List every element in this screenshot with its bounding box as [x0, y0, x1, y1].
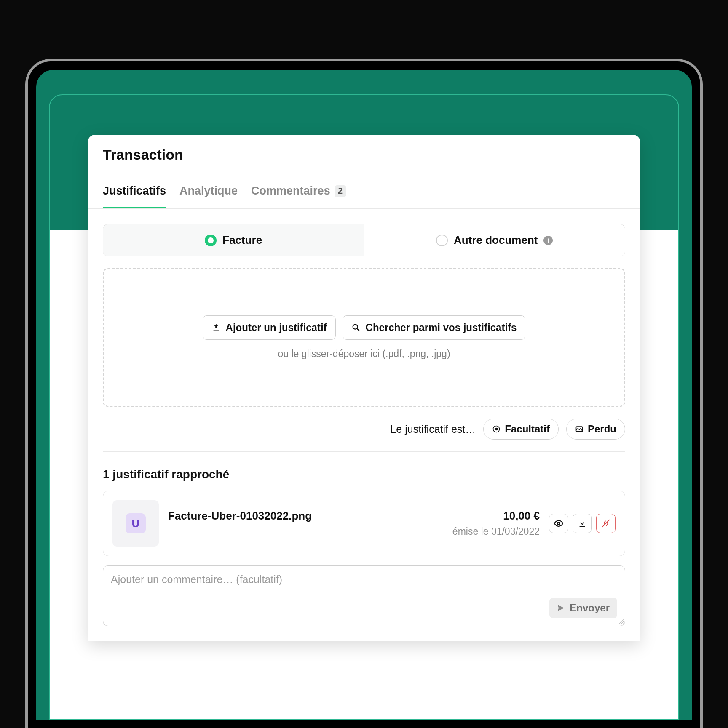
- radio-empty-icon: [436, 235, 448, 246]
- attached-section-title: 1 justificatif rapproché: [103, 468, 625, 481]
- modal-content: Facture Autre document i: [88, 209, 640, 641]
- tablet-frame: Transaction Justificatifs Analytique: [25, 59, 703, 728]
- file-issued-date: émise le 01/03/2022: [168, 526, 540, 537]
- tab-commentaires[interactable]: Commentaires 2: [251, 175, 346, 208]
- upload-dropzone[interactable]: Ajouter un justificatif Chercher parmi v…: [103, 268, 625, 407]
- tab-label: Commentaires: [251, 184, 330, 197]
- chip-label: Perdu: [588, 423, 616, 435]
- justificatif-status-row: Le justificatif est… Facultatif Perdu: [103, 419, 625, 440]
- file-amount: 10,00 €: [503, 509, 540, 523]
- target-icon: [492, 425, 500, 433]
- preview-button[interactable]: [549, 514, 568, 533]
- dropzone-hint: ou le glisser-déposer ici (.pdf, .png, .…: [278, 348, 450, 360]
- file-info: Facture-Uber-01032022.png 10,00 € émise …: [168, 509, 540, 537]
- search-icon: [351, 323, 361, 332]
- screen-inner: Transaction Justificatifs Analytique: [49, 94, 679, 720]
- tabs: Justificatifs Analytique Commentaires 2: [88, 175, 640, 209]
- tab-label: Justificatifs: [103, 184, 166, 197]
- file-actions: [549, 514, 616, 533]
- svg-point-7: [557, 522, 560, 525]
- file-thumbnail: U: [112, 500, 159, 547]
- button-label: Ajouter un justificatif: [226, 322, 327, 333]
- svg-point-5: [495, 428, 498, 430]
- button-label: Chercher parmi vos justificatifs: [366, 322, 517, 333]
- download-icon: [578, 519, 587, 528]
- file-name: Facture-Uber-01032022.png: [168, 509, 312, 523]
- button-label: Envoyer: [570, 602, 610, 614]
- download-button[interactable]: [573, 514, 592, 533]
- toggle-facture[interactable]: Facture: [103, 224, 364, 256]
- dropzone-buttons: Ajouter un justificatif Chercher parmi v…: [203, 315, 526, 340]
- search-justificatif-button[interactable]: Chercher parmi vos justificatifs: [343, 315, 526, 340]
- svg-line-8: [602, 520, 610, 527]
- broken-image-icon: [575, 425, 583, 433]
- radio-selected-icon: [205, 235, 217, 246]
- toggle-label: Autre document: [454, 234, 538, 247]
- document-type-toggle: Facture Autre document i: [103, 224, 625, 256]
- unlink-icon: [601, 519, 610, 528]
- add-justificatif-button[interactable]: Ajouter un justificatif: [203, 315, 336, 340]
- attached-file-card: U Facture-Uber-01032022.png 10,00 € émis…: [103, 491, 625, 556]
- eye-icon: [554, 518, 564, 528]
- toggle-autre-document[interactable]: Autre document i: [364, 224, 625, 256]
- resize-handle-icon[interactable]: [618, 619, 624, 624]
- send-button[interactable]: Envoyer: [549, 598, 617, 618]
- send-icon: [557, 604, 565, 612]
- divider: [103, 451, 625, 452]
- status-label: Le justificatif est…: [390, 423, 476, 435]
- modal-header: Transaction: [88, 135, 640, 175]
- comment-box: Envoyer: [103, 565, 625, 626]
- tab-comment-count: 2: [335, 185, 346, 197]
- tablet-screen: Transaction Justificatifs Analytique: [36, 70, 692, 720]
- tab-label: Analytique: [179, 184, 238, 197]
- chip-label: Facultatif: [505, 423, 550, 435]
- modal-title: Transaction: [103, 147, 183, 163]
- unlink-button[interactable]: [596, 514, 616, 533]
- chip-perdu[interactable]: Perdu: [566, 419, 625, 440]
- svg-line-11: [623, 624, 624, 624]
- tab-justificatifs[interactable]: Justificatifs: [103, 175, 166, 208]
- comment-input[interactable]: [111, 573, 617, 598]
- info-icon: i: [543, 236, 553, 245]
- close-button[interactable]: [610, 135, 640, 175]
- transaction-modal: Transaction Justificatifs Analytique: [88, 135, 640, 641]
- upload-icon: [211, 323, 221, 332]
- chip-facultatif[interactable]: Facultatif: [483, 419, 559, 440]
- svg-line-3: [357, 328, 359, 331]
- file-badge: U: [126, 513, 146, 533]
- toggle-label: Facture: [222, 234, 262, 247]
- tab-analytique[interactable]: Analytique: [179, 175, 238, 208]
